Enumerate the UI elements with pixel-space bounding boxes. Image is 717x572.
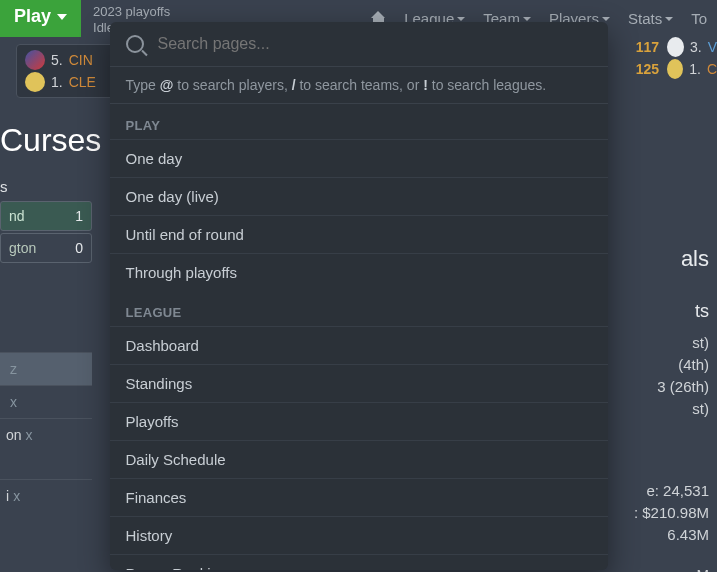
palette-hint: Type @ to search players, / to search te… <box>110 67 608 104</box>
palette-item-through-playoffs[interactable]: Through playoffs <box>110 253 608 291</box>
palette-search-row <box>110 22 608 67</box>
search-icon <box>126 35 144 53</box>
command-palette-overlay: Type @ to search players, / to search te… <box>0 0 717 572</box>
palette-body[interactable]: PLAY One day One day (live) Until end of… <box>110 104 608 570</box>
palette-item-dashboard[interactable]: Dashboard <box>110 326 608 364</box>
palette-item-standings[interactable]: Standings <box>110 364 608 402</box>
palette-item-history[interactable]: History <box>110 516 608 554</box>
palette-item-power-rankings[interactable]: Power Rankings <box>110 554 608 570</box>
palette-item-daily-schedule[interactable]: Daily Schedule <box>110 440 608 478</box>
palette-item-one-day-live[interactable]: One day (live) <box>110 177 608 215</box>
palette-search-input[interactable] <box>156 34 592 54</box>
palette-section-header: LEAGUE <box>110 291 608 326</box>
palette-section-header: PLAY <box>110 104 608 139</box>
palette-item-finances[interactable]: Finances <box>110 478 608 516</box>
palette-item-playoffs[interactable]: Playoffs <box>110 402 608 440</box>
command-palette: Type @ to search players, / to search te… <box>110 22 608 570</box>
palette-item-one-day[interactable]: One day <box>110 139 608 177</box>
palette-item-until-end-of-round[interactable]: Until end of round <box>110 215 608 253</box>
